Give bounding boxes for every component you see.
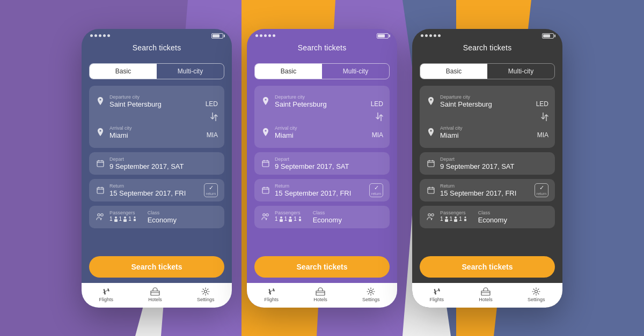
nav-hotels-1[interactable]: Hotels <box>148 287 162 302</box>
svg-rect-10 <box>151 291 159 295</box>
arrival-value-row-2: Miami MIA <box>275 131 383 139</box>
departure-row-2[interactable]: Departure city Saint Petersburg LED <box>261 91 383 111</box>
nav-hotels-2[interactable]: Hotels <box>313 287 327 302</box>
svg-rect-1 <box>97 188 104 193</box>
swap-icon-2[interactable] <box>261 111 383 122</box>
passengers-card-3[interactable]: Passengers 1 1 1 Class <box>420 206 555 228</box>
phones-container: Search tickets Basic Multi-city Departur… <box>0 0 644 336</box>
passengers-card-2[interactable]: Passengers 1 1 1 Class <box>254 206 390 228</box>
arrival-content-3: Arrival city Miami MIA <box>440 125 548 139</box>
bottom-nav-3: Flights Hotels Settings <box>412 283 562 308</box>
svg-point-6 <box>124 216 126 219</box>
swap-icon-1[interactable] <box>96 111 218 122</box>
return-row-1: Return 15 September 2017, FRI ✓ return <box>96 183 218 197</box>
nav-settings-1[interactable]: Settings <box>197 287 215 302</box>
hotels-icon-2 <box>316 287 325 296</box>
swap-icon-3[interactable] <box>426 111 548 122</box>
return-checkbox-3[interactable]: ✓ return <box>535 183 548 197</box>
departure-row-3[interactable]: Departure city Saint Petersburg LED <box>426 91 548 111</box>
hotels-icon-3 <box>481 287 491 296</box>
return-label-2: Return <box>275 183 365 189</box>
phone-content-3: Basic Multi-city Departure city Saint Pe… <box>412 58 562 283</box>
settings-icon-2 <box>367 287 375 296</box>
departure-city-3: Saint Petersburg <box>440 100 492 108</box>
depart-card-1[interactable]: Depart 9 September 2017, SAT <box>89 152 224 175</box>
people-icon-3 <box>426 213 436 221</box>
depart-card-3[interactable]: Depart 9 September 2017, SAT <box>420 152 555 175</box>
svg-point-23 <box>370 290 372 293</box>
svg-point-32 <box>464 216 466 218</box>
arrival-code-2: MIA <box>372 131 383 139</box>
return-card-1[interactable]: Return 15 September 2017, FRI ✓ return <box>89 179 224 201</box>
flights-icon-1 <box>101 287 112 296</box>
class-value-2: Economy <box>313 216 342 224</box>
return-card-3[interactable]: Return 15 September 2017, FRI ✓ return <box>420 179 555 201</box>
location-icon-4 <box>261 128 270 137</box>
departure-row-1[interactable]: Departure city Saint Petersburg LED <box>96 91 218 111</box>
dot <box>264 34 267 37</box>
depart-label-2: Depart <box>275 156 383 162</box>
return-value-1: 15 September 2017, FRI <box>109 189 200 197</box>
status-bar-1 <box>82 29 232 41</box>
return-card-2[interactable]: Return 15 September 2017, FRI ✓ return <box>254 179 390 201</box>
nav-hotels-3[interactable]: Hotels <box>479 287 493 302</box>
svg-point-16 <box>280 216 282 219</box>
dot <box>438 34 441 37</box>
arrival-row-3[interactable]: Arrival city Miami MIA <box>426 122 548 143</box>
nav-settings-2[interactable]: Settings <box>362 287 380 302</box>
passengers-card-1[interactable]: Passengers 1 1 1 Class <box>89 206 224 228</box>
battery-fill-1 <box>213 34 219 38</box>
tab-basic-2[interactable]: Basic <box>255 64 322 79</box>
pax-content-2: Passengers 1 1 1 Class <box>275 210 342 224</box>
return-row-3: Return 15 September 2017, FRI ✓ return <box>426 183 548 197</box>
dot <box>255 34 258 37</box>
return-row-2: Return 15 September 2017, FRI ✓ return <box>261 183 383 197</box>
depart-row-2: Depart 9 September 2017, SAT <box>261 156 383 170</box>
passengers-group-3: Passengers 1 1 1 <box>440 210 467 224</box>
svg-rect-17 <box>280 219 283 222</box>
tab-multicity-3[interactable]: Multi-city <box>487 64 554 79</box>
dot <box>429 34 432 37</box>
nav-settings-3[interactable]: Settings <box>528 287 545 302</box>
return-checkbox-2[interactable]: ✓ return <box>369 183 383 197</box>
arrival-row-2[interactable]: Arrival city Miami MIA <box>261 122 383 143</box>
svg-rect-25 <box>428 188 434 193</box>
tab-basic-1[interactable]: Basic <box>90 64 157 79</box>
return-checkbox-1[interactable]: ✓ return <box>204 183 218 197</box>
search-button-3[interactable]: Search tickets <box>420 256 555 278</box>
nav-settings-label-1: Settings <box>197 297 215 302</box>
depart-card-2[interactable]: Depart 9 September 2017, SAT <box>254 152 390 175</box>
tab-switcher-2: Basic Multi-city <box>254 63 390 79</box>
nav-flights-3[interactable]: Flights <box>430 287 444 302</box>
dot <box>99 34 101 37</box>
pax-row-3: Passengers 1 1 1 Class <box>426 210 548 224</box>
phone-header-3: Search tickets <box>412 41 562 58</box>
dot <box>107 34 110 37</box>
calendar-icon-3 <box>261 160 270 167</box>
arrival-city-2: Miami <box>275 131 294 139</box>
svg-rect-24 <box>428 161 434 167</box>
tab-multicity-1[interactable]: Multi-city <box>157 64 224 79</box>
return-label-3: Return <box>440 183 530 189</box>
dot <box>90 34 93 37</box>
depart-label-1: Depart <box>109 156 218 162</box>
tab-basic-3[interactable]: Basic <box>420 64 487 79</box>
nav-flights-2[interactable]: Flights <box>265 287 279 302</box>
return-checkbox-label-3: return <box>537 192 546 196</box>
search-button-1[interactable]: Search tickets <box>89 256 224 278</box>
class-label-2: Class <box>313 210 342 215</box>
return-content-3: Return 15 September 2017, FRI <box>440 183 530 197</box>
hotels-icon-1 <box>150 287 160 296</box>
location-icon-2 <box>96 128 105 137</box>
return-content-2: Return 15 September 2017, FRI <box>275 183 365 197</box>
pax-icons-2: 1 1 1 <box>275 216 302 222</box>
location-icon-6 <box>426 128 436 137</box>
tab-switcher-3: Basic Multi-city <box>420 63 555 79</box>
search-button-2[interactable]: Search tickets <box>254 256 390 278</box>
svg-rect-34 <box>481 291 490 295</box>
svg-rect-29 <box>445 219 448 222</box>
arrival-row-1[interactable]: Arrival city Miami MIA <box>96 122 218 143</box>
nav-flights-1[interactable]: Flights <box>99 287 114 302</box>
tab-multicity-2[interactable]: Multi-city <box>322 64 389 79</box>
class-label-1: Class <box>148 210 177 215</box>
